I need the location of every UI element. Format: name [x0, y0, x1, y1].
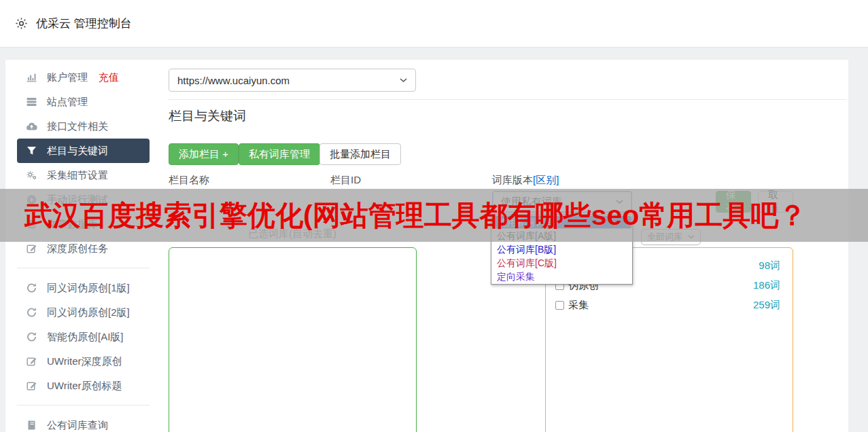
app-header: 优采云 管理控制台 [0, 0, 868, 48]
sidebar-item-label: 深度原创任务 [47, 242, 108, 255]
page-title: 栏目与关键词 [169, 107, 246, 125]
sidebar-item-label: 账户管理 [47, 71, 88, 84]
sidebar-divider [17, 405, 150, 406]
sidebar: 账户管理充值站点管理接口文件相关栏目与关键词采集细节设置手动运行测试文章数据库深… [5, 60, 162, 432]
app-title: 优采云 管理控制台 [36, 16, 132, 31]
sidebar-divider [17, 268, 150, 268]
sidebar-item[interactable]: 同义词伪原创[2版] [17, 300, 150, 325]
sidebar-item[interactable]: 站点管理 [17, 90, 150, 114]
lexicon-word-count: 186词 [753, 279, 780, 292]
sidebar-item[interactable]: UWriter原创标题 [17, 374, 150, 398]
column-name-label: 栏目名称 [169, 174, 209, 187]
filter-icon [26, 145, 37, 156]
lexicon-row: 采集259词 [555, 295, 780, 315]
sidebar-item[interactable]: 账户管理充值 [17, 65, 150, 90]
site-url-value: https://www.ucaiyun.com [177, 75, 290, 86]
sidebar-item[interactable]: 栏目与关键词 [17, 139, 150, 163]
bar-chart-icon [26, 72, 37, 83]
divider [169, 99, 846, 100]
dropdown-option[interactable]: 公有词库[C版] [491, 256, 632, 270]
lexicon-row-label: 采集 [568, 299, 589, 312]
sidebar-item-label: 同义词伪原创[1版] [47, 282, 130, 295]
book-icon [26, 420, 37, 431]
cloud-upload-icon [26, 121, 37, 132]
site-url-select[interactable]: https://www.ucaiyun.com [169, 69, 416, 92]
refresh-icon [26, 283, 37, 293]
sidebar-item-label: 栏目与关键词 [47, 145, 108, 158]
sidebar-item[interactable]: 接口文件相关 [17, 114, 150, 139]
sidebar-item-label: UWriter原创标题 [47, 380, 122, 393]
sidebar-item-label: 智能伪原创[AI版] [47, 331, 124, 344]
sidebar-item-label: 公有词库查询 [47, 419, 108, 432]
sidebar-item[interactable]: 智能伪原创[AI版] [17, 325, 150, 349]
sidebar-item[interactable]: UWriter深度原创 [17, 349, 150, 374]
refresh-icon [26, 331, 37, 342]
sidebar-item-label: 接口文件相关 [47, 120, 108, 133]
lexicon-word-count: 259词 [753, 299, 780, 312]
server-icon [26, 96, 37, 107]
recharge-badge[interactable]: 充值 [99, 71, 119, 84]
edit-icon [26, 356, 37, 367]
sidebar-item-label: 站点管理 [47, 96, 88, 109]
lexicon-version-label: 词库版本[区别] [492, 174, 559, 187]
gear-icon [15, 17, 28, 30]
sidebar-item-label: UWriter深度原创 [47, 355, 122, 368]
add-column-button[interactable]: 添加栏目 + [169, 143, 239, 165]
dropdown-option[interactable]: 公有词库[B版] [491, 242, 632, 256]
edit-icon [26, 380, 37, 391]
selected-words-box[interactable] [169, 247, 417, 432]
version-diff-link[interactable]: [区别] [533, 174, 559, 185]
chevron-down-icon [400, 78, 407, 83]
dropdown-option[interactable]: 定向采集 [491, 270, 632, 283]
lexicon-checkbox[interactable] [555, 301, 564, 310]
batch-add-button[interactable]: 批量添加栏目 [319, 143, 401, 165]
sidebar-item[interactable]: 公有词库查询 [17, 413, 150, 432]
sidebar-item[interactable]: 同义词伪原创[1版] [17, 276, 150, 300]
lexicon-word-count: 98词 [759, 259, 780, 272]
refresh-icon [26, 307, 37, 318]
overlay-watermark-text: 武汉百度搜索引擎优化(网站管理工具都有哪些seo常用工具吧？ [24, 197, 806, 234]
gears-icon [26, 170, 37, 181]
sidebar-item[interactable]: 采集细节设置 [17, 163, 150, 187]
sidebar-item-label: 同义词伪原创[2版] [47, 306, 130, 319]
edit-icon [26, 243, 37, 254]
private-lexicon-button[interactable]: 私有词库管理 [239, 143, 320, 165]
column-id-label: 栏目ID [330, 174, 361, 187]
sidebar-item-label: 采集细节设置 [47, 169, 108, 182]
